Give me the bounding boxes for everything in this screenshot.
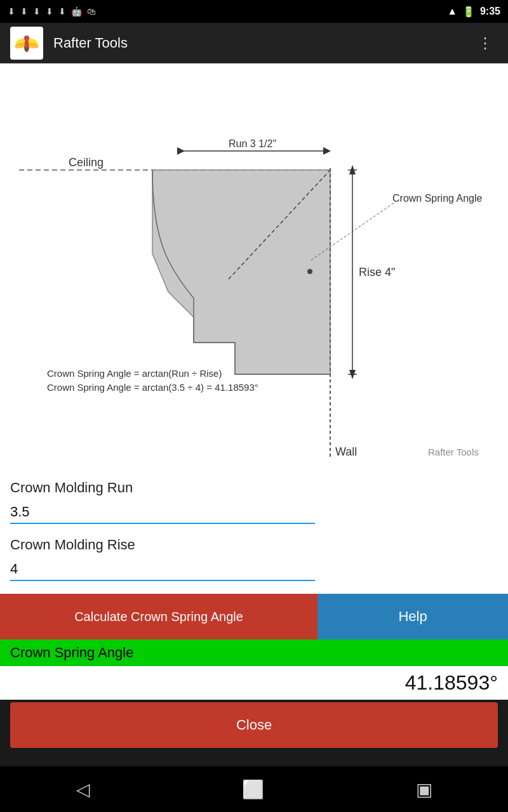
calculate-button[interactable]: Calculate Crown Spring Angle xyxy=(0,594,318,639)
svg-point-23 xyxy=(307,269,312,274)
help-button[interactable]: Help xyxy=(318,594,508,639)
android-icon: 🤖 xyxy=(71,6,82,16)
app-icon xyxy=(10,27,43,60)
status-bar: ⬇ ⬇ ⬇ ⬇ ⬇ 🤖 🛍 ▲ 🔋 9:35 xyxy=(0,0,508,23)
svg-text:Rafter Tools: Rafter Tools xyxy=(428,447,479,457)
wifi-icon: ▲ xyxy=(447,6,457,17)
home-button[interactable]: ⬜ xyxy=(229,774,277,805)
nav-bar: ◁ ⬜ ▣ xyxy=(0,766,508,812)
svg-text:Crown Spring Angle = arctan(3.: Crown Spring Angle = arctan(3.5 ÷ 4) = 4… xyxy=(47,382,258,393)
svg-text:Crown Spring Angle = arctan(Ru: Crown Spring Angle = arctan(Run ÷ Rise) xyxy=(47,368,222,379)
run-input[interactable] xyxy=(10,501,315,524)
download-icon-5: ⬇ xyxy=(58,6,66,16)
back-button[interactable]: ◁ xyxy=(64,774,103,805)
form-area: Crown Molding Run Crown Molding Rise xyxy=(0,469,508,594)
rise-label: Crown Molding Rise xyxy=(10,537,498,553)
diagram-container: Ceiling Run 3 1/2" Rise 4" Crown Spring … xyxy=(0,63,508,469)
svg-text:Rise 4": Rise 4" xyxy=(359,266,395,278)
buttons-row: Calculate Crown Spring Angle Help xyxy=(0,594,508,639)
svg-text:Ceiling: Ceiling xyxy=(69,156,104,169)
toolbar: Rafter Tools ⋮ xyxy=(0,23,508,63)
svg-text:Run 3 1/2": Run 3 1/2" xyxy=(229,138,276,149)
download-icon-3: ⬇ xyxy=(33,6,41,16)
result-label: Crown Spring Angle xyxy=(10,645,133,660)
svg-text:Wall: Wall xyxy=(335,445,357,458)
download-icon-4: ⬇ xyxy=(46,6,53,16)
battery-icon: 🔋 xyxy=(462,6,475,18)
status-icons-right: ▲ 🔋 9:35 xyxy=(447,6,500,18)
status-time: 9:35 xyxy=(480,6,500,17)
app-title: Rafter Tools xyxy=(53,35,472,51)
svg-point-6 xyxy=(24,36,29,41)
download-icon-1: ⬇ xyxy=(8,6,15,16)
result-label-bar: Crown Spring Angle xyxy=(0,639,508,666)
result-value: 41.18593° xyxy=(405,671,498,694)
menu-button[interactable]: ⋮ xyxy=(472,29,498,57)
run-label: Crown Molding Run xyxy=(10,480,498,496)
store-icon: 🛍 xyxy=(87,6,96,16)
download-icon-2: ⬇ xyxy=(20,6,28,16)
result-value-row: 41.18593° xyxy=(0,666,508,700)
recent-apps-button[interactable]: ▣ xyxy=(403,774,445,805)
close-button[interactable]: Close xyxy=(10,702,498,748)
svg-text:Crown Spring Angle: Crown Spring Angle xyxy=(392,193,483,204)
rise-input[interactable] xyxy=(10,558,315,581)
status-icons-left: ⬇ ⬇ ⬇ ⬇ ⬇ 🤖 🛍 xyxy=(8,6,96,16)
